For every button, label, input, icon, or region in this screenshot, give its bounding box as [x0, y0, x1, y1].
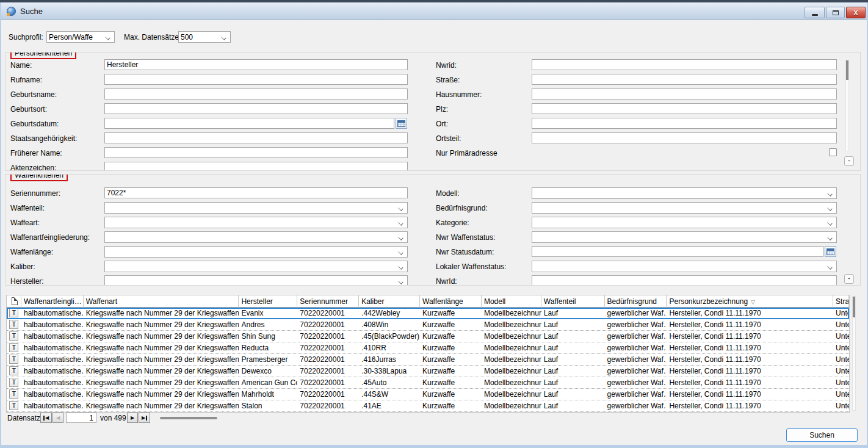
weapon-section-collapse-button[interactable]: -	[844, 274, 854, 284]
table-hscrollbar-thumb[interactable]	[160, 417, 217, 419]
column-header-hersteller[interactable]: Hersteller	[239, 295, 297, 308]
strasse-input[interactable]	[532, 74, 837, 85]
kaliber-combobox[interactable]	[104, 261, 408, 272]
nwrid-input[interactable]	[532, 275, 837, 286]
ort-label: Ort:	[436, 120, 448, 128]
hausnummer-input[interactable]	[532, 89, 837, 99]
column-header-waffenartfeingli[interactable]: Waffenartfeingli…	[21, 295, 84, 308]
geburtsname-label: Geburtsname:	[10, 90, 57, 99]
table-row[interactable]: Thalbautomatische…Kriegswaffe nach Numme…	[7, 342, 849, 354]
person-scrollbar-thumb[interactable]	[846, 60, 848, 80]
cell-bedurfnisgrund: gewerblicher Waf…	[605, 400, 667, 411]
lokaler-waffenstatus-combobox[interactable]	[532, 261, 837, 272]
column-header-bedurfnisgrund[interactable]: Bedürfnisgrund	[605, 295, 667, 308]
geburtsdatum-input[interactable]	[104, 118, 394, 129]
minimize-button[interactable]	[805, 7, 825, 18]
maximize-icon	[833, 10, 839, 15]
column-header-waffenteil[interactable]: Waffenteil	[541, 295, 605, 308]
cell-modell: Modellbezeichnun…	[482, 377, 541, 388]
column-header-modell[interactable]: Modell	[482, 295, 541, 308]
cell-waffenart: Kriegswaffe nach Nummer 29 der Kriegswaf…	[84, 377, 239, 388]
close-button[interactable]: X	[846, 7, 866, 18]
table-row[interactable]: Thalbautomatische…Kriegswaffe nach Numme…	[7, 308, 849, 319]
plz-input[interactable]	[532, 103, 837, 114]
staatsangehorigkeit-input[interactable]	[104, 132, 408, 143]
geburtsort-input[interactable]	[104, 103, 408, 114]
seriennummer-input[interactable]	[104, 187, 408, 198]
first-record-button[interactable]: ◀	[40, 413, 52, 423]
column-header-label: Modell	[484, 297, 505, 306]
cell-personkurzbezeichnung: Hersteller, Condi 11.11.1970	[667, 308, 833, 319]
waffenteil-combobox[interactable]	[104, 202, 408, 214]
cell-waffenteil: Lauf	[541, 331, 605, 342]
bedurfnisgrund-label: Bedürfnisgrund:	[436, 204, 488, 212]
previous-record-button[interactable]: ◀	[52, 413, 63, 423]
suchen-button[interactable]: Suchen	[786, 428, 858, 442]
geburtsdatum-calendar-button[interactable]	[396, 118, 407, 129]
chevron-down-icon	[399, 280, 403, 284]
next-record-button[interactable]: ▶	[127, 413, 138, 423]
table-scrollbar-thumb[interactable]	[853, 297, 855, 317]
nwr-statusdatum-calendar-button[interactable]	[825, 246, 836, 257]
cell-personkurzbezeichnung: Hersteller, Condi 11.11.1970	[667, 400, 833, 411]
bedurfnisgrund-combobox[interactable]	[532, 202, 837, 214]
cell-hersteller: Shin Sung	[239, 331, 297, 342]
ortsteil-input[interactable]	[532, 132, 837, 143]
geburtsname-input[interactable]	[104, 89, 408, 99]
table-row[interactable]: Thalbautomatische…Kriegswaffe nach Numme…	[7, 354, 849, 366]
last-record-icon: ▶	[142, 416, 145, 421]
table-row[interactable]: Thalbautomatische…Kriegswaffe nach Numme…	[7, 389, 849, 400]
cell-waffenartfeingli: halbautomatische…	[21, 389, 84, 400]
table-row[interactable]: Thalbautomatische…Kriegswaffe nach Numme…	[7, 319, 849, 331]
table-row[interactable]: Thalbautomatische…Kriegswaffe nach Numme…	[7, 366, 849, 377]
column-header-icon[interactable]	[7, 295, 21, 308]
chevron-down-icon	[222, 35, 226, 40]
column-header-waffenlange[interactable]: Waffenlänge	[420, 295, 482, 308]
column-header-kaliber[interactable]: Kaliber	[359, 295, 420, 308]
previous-record-icon: ◀	[56, 416, 60, 421]
max-datensaetze-combobox[interactable]: 500	[178, 31, 231, 43]
rufname-input[interactable]	[104, 74, 408, 85]
maximize-button[interactable]	[826, 7, 845, 18]
cell-waffenart: Kriegswaffe nach Nummer 29 der Kriegswaf…	[84, 400, 239, 411]
column-header-personkurzbezeichnung[interactable]: Personkurzbezeichnung▽	[667, 295, 833, 308]
modell-combobox[interactable]	[532, 187, 837, 199]
column-header-waffenart[interactable]: Waffenart	[84, 295, 239, 308]
name-input[interactable]	[104, 59, 408, 70]
fruherer-name-input[interactable]	[104, 147, 408, 158]
aktenzeichen-input[interactable]	[104, 162, 408, 171]
cell-waffenteil: Lauf	[541, 308, 605, 319]
column-header-label: Straße	[836, 297, 849, 306]
suchprofil-value: Person/Waffe	[49, 33, 93, 42]
ort-input[interactable]	[532, 118, 837, 129]
waffenlange-combobox[interactable]	[104, 246, 408, 258]
waffeart-combobox[interactable]	[104, 217, 408, 228]
geburtsdatum-label: Geburtsdatum:	[10, 120, 59, 128]
record-number-input[interactable]	[66, 413, 96, 423]
cell-waffenartfeingli: halbautomatische…	[21, 400, 84, 411]
cell-strasse: Unter	[833, 354, 849, 365]
column-header-strasse[interactable]: Straße	[833, 295, 849, 308]
last-record-button[interactable]: ▶	[139, 413, 150, 423]
nwr-statusdatum-input[interactable]	[532, 246, 823, 257]
hersteller-combobox[interactable]	[104, 275, 408, 286]
cell-bedurfnisgrund: gewerblicher Waf…	[605, 331, 667, 342]
suchprofil-combobox[interactable]: Person/Waffe	[46, 31, 115, 43]
waffenartfeingliederung-combobox[interactable]	[104, 231, 408, 243]
kategorie-combobox[interactable]	[532, 217, 837, 228]
kaliber-label: Kaliber:	[10, 262, 35, 271]
personenkriterien-title: Personenkriterien	[10, 52, 76, 59]
table-row[interactable]: Thalbautomatische…Kriegswaffe nach Numme…	[7, 377, 849, 389]
nur-primaradresse-checkbox[interactable]	[829, 148, 837, 156]
person-section-collapse-button[interactable]: -	[844, 156, 854, 166]
column-header-seriennummer[interactable]: Seriennummer	[297, 295, 359, 308]
row-type-cell: T	[7, 400, 21, 411]
table-row[interactable]: Thalbautomatische…Kriegswaffe nach Numme…	[7, 400, 849, 412]
nwr-waffenstatus-combobox[interactable]	[532, 231, 837, 243]
nwrid-input[interactable]	[532, 59, 837, 70]
column-header-label: Waffenart	[86, 297, 117, 306]
cell-waffenlange: Kurzwaffe	[420, 342, 482, 353]
cell-kaliber: .30-338Lapua	[359, 366, 420, 377]
cell-waffenteil: Lauf	[541, 377, 605, 388]
table-row[interactable]: Thalbautomatische…Kriegswaffe nach Numme…	[7, 331, 849, 342]
